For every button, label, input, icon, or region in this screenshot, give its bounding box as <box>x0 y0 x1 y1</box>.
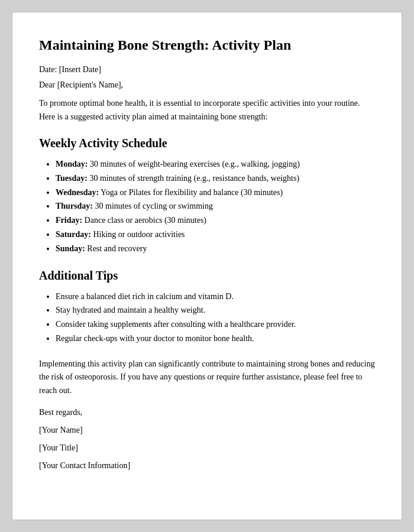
day-detail: Yoga or Pilates for flexibility and bala… <box>99 188 283 197</box>
weekly-activity-list: Monday: 30 minutes of weight-bearing exe… <box>56 157 375 256</box>
document-title: Maintaining Bone Strength: Activity Plan <box>39 36 375 54</box>
list-item: Friday: Dance class or aerobics (30 minu… <box>56 213 375 228</box>
weekly-schedule-heading: Weekly Activity Schedule <box>39 137 375 150</box>
list-item: Wednesday: Yoga or Pilates for flexibili… <box>56 186 375 200</box>
list-item: Stay hydrated and maintain a healthy wei… <box>56 303 375 317</box>
day-detail: 30 minutes of weight-bearing exercises (… <box>88 160 299 168</box>
day-detail: Rest and recovery <box>85 244 147 253</box>
tip-text: Ensure a balanced diet rich in calcium a… <box>56 292 234 301</box>
date-line: Date: [Insert Date] <box>39 65 375 74</box>
intro-paragraph: To promote optimal bone health, it is es… <box>39 97 375 124</box>
additional-tips-heading: Additional Tips <box>39 269 375 283</box>
sign-off: Best regards, <box>39 408 375 417</box>
day-detail: 30 minutes of cycling or swimming <box>93 202 213 210</box>
day-label: Tuesday: <box>56 174 88 183</box>
tip-text: Consider taking supplements after consul… <box>56 320 296 329</box>
day-detail: 30 minutes of strength training (e.g., r… <box>88 174 299 183</box>
list-item: Saturday: Hiking or outdoor activities <box>56 228 375 242</box>
tip-text: Stay hydrated and maintain a healthy wei… <box>56 306 205 314</box>
day-label: Thursday: <box>56 202 93 210</box>
tips-list: Ensure a balanced diet rich in calcium a… <box>56 290 375 346</box>
sign-name: [Your Name] <box>39 426 375 435</box>
day-label: Monday: <box>56 160 88 168</box>
list-item: Ensure a balanced diet rich in calcium a… <box>56 290 375 304</box>
list-item: Tuesday: 30 minutes of strength training… <box>56 171 375 186</box>
sign-title: [Your Title] <box>39 443 375 453</box>
list-item: Thursday: 30 minutes of cycling or swimm… <box>56 199 375 213</box>
day-detail: Hiking or outdoor activities <box>91 230 185 239</box>
closing-paragraph: Implementing this activity plan can sign… <box>39 358 375 397</box>
list-item: Consider taking supplements after consul… <box>56 317 375 332</box>
day-label: Sunday: <box>56 244 85 253</box>
greeting-line: Dear [Recipient's Name], <box>39 80 375 90</box>
tip-text: Regular check-ups with your doctor to mo… <box>56 334 254 343</box>
day-detail: Dance class or aerobics (30 minutes) <box>82 216 206 225</box>
sign-contact: [Your Contact Information] <box>39 461 375 471</box>
list-item: Monday: 30 minutes of weight-bearing exe… <box>56 157 375 171</box>
day-label: Friday: <box>56 216 82 225</box>
list-item: Regular check-ups with your doctor to mo… <box>56 332 375 346</box>
day-label: Wednesday: <box>56 188 99 197</box>
day-label: Saturday: <box>56 230 91 239</box>
list-item: Sunday: Rest and recovery <box>56 242 375 256</box>
document-container: Maintaining Bone Strength: Activity Plan… <box>12 12 402 520</box>
